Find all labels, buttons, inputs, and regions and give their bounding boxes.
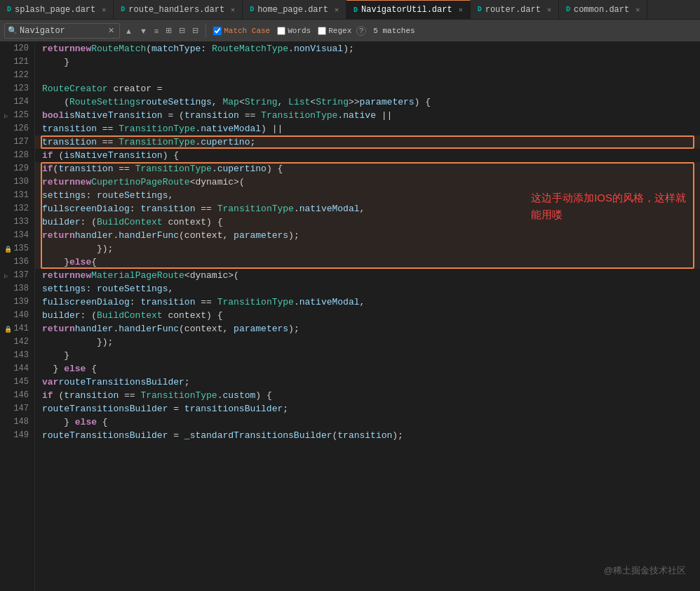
tab-close-icon[interactable]: ✕ bbox=[547, 6, 551, 14]
code-line-135: }); bbox=[35, 242, 700, 255]
tab-home_page[interactable]: Dhome_page.dart✕ bbox=[243, 0, 346, 19]
tab-label: common.dart bbox=[574, 5, 629, 15]
match-count: 5 matches bbox=[373, 27, 415, 35]
line-number-141: 141🔒 bbox=[3, 322, 29, 336]
line-numbers: 120121122123124125▷126127128129130131132… bbox=[0, 42, 35, 591]
line-number-146: 146 bbox=[3, 389, 29, 402]
tab-common[interactable]: Dcommon.dart✕ bbox=[559, 0, 647, 19]
code-line-149: routeTransitionsBuilder = _standardTrans… bbox=[35, 429, 700, 442]
code-line-120: return new RouteMatch(matchType: RouteMa… bbox=[35, 42, 700, 55]
line-number-123: 123 bbox=[3, 82, 29, 95]
search-settings-button[interactable]: ≡ bbox=[152, 25, 161, 36]
regex-label: Regex bbox=[328, 27, 351, 35]
code-line-122 bbox=[35, 69, 700, 82]
line-number-135: 135🔒 bbox=[3, 242, 29, 255]
code-line-141: return handler.handlerFunc(context, para… bbox=[35, 322, 700, 336]
code-line-144: } else { bbox=[35, 362, 700, 376]
words-checkbox[interactable] bbox=[277, 27, 285, 35]
tab-close-icon[interactable]: ✕ bbox=[335, 6, 339, 14]
dart-icon: D bbox=[566, 6, 570, 13]
dart-icon: D bbox=[7, 6, 11, 13]
tab-route_handlers[interactable]: Droute_handlers.dart✕ bbox=[114, 0, 243, 19]
line-number-148: 148 bbox=[3, 416, 29, 429]
code-area: 120121122123124125▷126127128129130131132… bbox=[0, 42, 700, 591]
dart-icon: D bbox=[250, 6, 254, 13]
line-number-124: 124 bbox=[3, 95, 29, 109]
search-input-wrap[interactable]: 🔍 ✕ bbox=[4, 23, 120, 39]
code-line-147: routeTransitionsBuilder = transitionsBui… bbox=[35, 402, 700, 416]
search-input[interactable] bbox=[20, 26, 104, 36]
words-label: Words bbox=[288, 27, 311, 35]
code-line-139: fullscreenDialog: transition == Transiti… bbox=[35, 296, 700, 309]
tab-close-icon[interactable]: ✕ bbox=[231, 6, 235, 14]
tab-close-icon[interactable]: ✕ bbox=[459, 6, 463, 14]
line-number-126: 126 bbox=[3, 122, 29, 135]
words-option[interactable]: Words bbox=[275, 27, 313, 35]
tab-label: splash_page.dart bbox=[15, 5, 95, 15]
code-line-129: if(transition == TransitionType.cupertin… bbox=[35, 162, 700, 175]
tab-bar: Dsplash_page.dart✕Droute_handlers.dart✕D… bbox=[0, 0, 700, 20]
code-content[interactable]: return new RouteMatch(matchType: RouteMa… bbox=[35, 42, 700, 591]
code-line-137: return new MaterialPageRoute<dynamic>( bbox=[35, 269, 700, 282]
tab-close-icon[interactable]: ✕ bbox=[635, 6, 640, 14]
line-number-144: 144 bbox=[3, 362, 29, 376]
watermark: @稀土掘金技术社区 bbox=[604, 564, 686, 577]
code-line-145: var routeTransitionsBuilder; bbox=[35, 376, 700, 389]
collapse-button[interactable]: ⊞ bbox=[163, 25, 174, 36]
line-number-130: 130 bbox=[3, 175, 29, 189]
tab-close-icon[interactable]: ✕ bbox=[102, 6, 106, 14]
dart-icon: D bbox=[354, 6, 358, 14]
clear-search-button[interactable]: ✕ bbox=[106, 25, 116, 36]
line-number-138: 138 bbox=[3, 282, 29, 296]
filter-button[interactable]: ⊟ bbox=[190, 25, 201, 36]
line-number-121: 121 bbox=[3, 55, 29, 69]
dart-icon: D bbox=[121, 6, 125, 13]
code-line-125: bool isNativeTransition = (transition ==… bbox=[35, 109, 700, 122]
line-number-120: 120 bbox=[3, 42, 29, 55]
line-number-139: 139 bbox=[3, 296, 29, 309]
line-number-122: 122 bbox=[3, 69, 29, 82]
line-number-131: 131 bbox=[3, 189, 29, 202]
code-line-146: if (transition == TransitionType.custom)… bbox=[35, 389, 700, 402]
line-number-142: 142 bbox=[3, 336, 29, 349]
code-line-142: }); bbox=[35, 336, 700, 349]
search-icon: 🔍 bbox=[8, 26, 18, 35]
annotation: 这边手动添加IOS的风格，这样就 能用喽 bbox=[531, 190, 686, 223]
divider bbox=[206, 24, 206, 38]
code-line-130: return new CupertinoPageRoute<dynamic>( bbox=[35, 175, 700, 189]
search-bar: 🔍 ✕ ▲ ▼ ≡ ⊞ ⊟ ⊟ Match Case Words Regex ?… bbox=[0, 20, 700, 42]
regex-checkbox[interactable] bbox=[318, 27, 326, 35]
expand-button[interactable]: ⊟ bbox=[177, 25, 187, 36]
prev-match-button[interactable]: ▲ bbox=[123, 25, 135, 36]
code-line-148: } else { bbox=[35, 416, 700, 429]
code-line-140: builder: (BuildContext context) { bbox=[35, 309, 700, 322]
line-number-149: 149 bbox=[3, 429, 29, 442]
code-line-138: settings: routeSettings, bbox=[35, 282, 700, 296]
tab-splash_page[interactable]: Dsplash_page.dart✕ bbox=[0, 0, 114, 19]
regex-option[interactable]: Regex bbox=[316, 27, 354, 35]
code-line-123: RouteCreator creator = bbox=[35, 82, 700, 95]
line-number-133: 133 bbox=[3, 215, 29, 229]
next-match-button[interactable]: ▼ bbox=[137, 25, 149, 36]
line-number-128: 128 bbox=[3, 149, 29, 162]
tab-label: home_page.dart bbox=[257, 5, 328, 15]
line-number-136: 136 bbox=[3, 255, 29, 269]
match-case-checkbox[interactable] bbox=[213, 27, 222, 35]
tab-router[interactable]: Drouter.dart✕ bbox=[471, 0, 559, 19]
code-line-128: if (isNativeTransition) { bbox=[35, 149, 700, 162]
line-number-137: 137▷ bbox=[3, 269, 29, 282]
code-line-126: transition == TransitionType.nativeModal… bbox=[35, 122, 700, 135]
code-line-143: } bbox=[35, 349, 700, 362]
line-number-147: 147 bbox=[3, 402, 29, 416]
match-case-option[interactable]: Match Case bbox=[211, 27, 272, 35]
line-number-134: 134 bbox=[3, 229, 29, 242]
line-number-129: 129 bbox=[3, 162, 29, 175]
tab-navigator_util[interactable]: DNavigatorUtil.dart✕ bbox=[346, 0, 471, 19]
code-line-127: transition == TransitionType.cupertino; bbox=[35, 135, 700, 149]
dart-icon: D bbox=[478, 6, 482, 13]
line-number-140: 140 bbox=[3, 309, 29, 322]
line-number-127: 127 bbox=[3, 135, 29, 149]
help-icon[interactable]: ? bbox=[356, 26, 366, 36]
tab-label: route_handlers.dart bbox=[128, 5, 224, 15]
code-line-121: } bbox=[35, 55, 700, 69]
